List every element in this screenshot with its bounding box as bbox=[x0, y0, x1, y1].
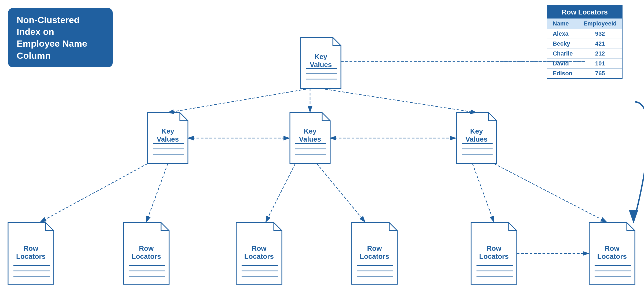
leaf-3-doc: Row Locators bbox=[236, 223, 282, 284]
svg-text:Row: Row bbox=[24, 244, 39, 252]
svg-line-54 bbox=[321, 89, 476, 113]
row-becky-name: Becky bbox=[547, 39, 578, 49]
svg-line-62 bbox=[472, 164, 494, 222]
svg-text:Row: Row bbox=[139, 244, 154, 252]
svg-text:Key: Key bbox=[314, 53, 327, 61]
svg-text:Locators: Locators bbox=[244, 252, 274, 260]
svg-line-52 bbox=[168, 89, 310, 113]
row-david-name: David bbox=[547, 59, 578, 69]
svg-line-58 bbox=[40, 164, 148, 222]
svg-text:Locators: Locators bbox=[360, 252, 389, 260]
mid-left-doc: Key Values bbox=[148, 113, 188, 164]
svg-text:Values: Values bbox=[465, 135, 487, 143]
svg-text:Locators: Locators bbox=[132, 252, 161, 260]
svg-text:Row: Row bbox=[605, 244, 620, 252]
svg-text:Values: Values bbox=[310, 61, 332, 69]
svg-text:Locators: Locators bbox=[16, 252, 46, 260]
leaf-2-doc: Row Locators bbox=[123, 223, 169, 284]
row-edison-name: Edison bbox=[547, 69, 578, 79]
svg-text:Row: Row bbox=[487, 244, 502, 252]
svg-text:Values: Values bbox=[157, 135, 179, 143]
col-name-header: Name bbox=[547, 19, 578, 29]
leaf-4-doc: Row Locators bbox=[352, 223, 397, 284]
title-box: Non-Clustered Index onEmployee Name Colu… bbox=[8, 8, 113, 67]
svg-text:Values: Values bbox=[299, 135, 321, 143]
row-alexa-name: Alexa bbox=[547, 29, 578, 39]
table-header: Row Locators bbox=[547, 6, 622, 19]
svg-text:Locators: Locators bbox=[597, 252, 627, 260]
leaf-5-doc: Row Locators bbox=[471, 223, 517, 284]
svg-text:Row: Row bbox=[367, 244, 382, 252]
row-locators-table: Row Locators Name EmployeeId Alexa 932 B… bbox=[547, 5, 623, 79]
row-charlie-name: Charlie bbox=[547, 49, 578, 59]
svg-text:Row: Row bbox=[252, 244, 267, 252]
row-edison-id: 765 bbox=[578, 69, 622, 79]
row-david-id: 101 bbox=[578, 59, 622, 69]
svg-text:Key: Key bbox=[161, 127, 174, 135]
root-doc: Key Values bbox=[301, 38, 341, 89]
col-id-header: EmployeeId bbox=[578, 19, 622, 29]
svg-text:Locators: Locators bbox=[479, 252, 509, 260]
mid-right-doc: Key Values bbox=[456, 113, 497, 164]
row-alexa-id: 932 bbox=[578, 29, 622, 39]
svg-line-60 bbox=[266, 164, 295, 222]
svg-text:Key: Key bbox=[470, 127, 483, 135]
svg-line-63 bbox=[494, 164, 607, 222]
svg-line-61 bbox=[317, 164, 365, 222]
mid-center-doc: Key Values bbox=[290, 113, 330, 164]
leaf-1-doc: Row Locators bbox=[8, 223, 54, 284]
title-text: Non-Clustered Index onEmployee Name Colu… bbox=[17, 15, 87, 61]
leaf-6-doc: Row Locators bbox=[589, 223, 635, 284]
svg-text:Key: Key bbox=[304, 127, 316, 135]
row-becky-id: 421 bbox=[578, 39, 622, 49]
row-charlie-id: 212 bbox=[578, 49, 622, 59]
svg-line-59 bbox=[146, 164, 168, 222]
